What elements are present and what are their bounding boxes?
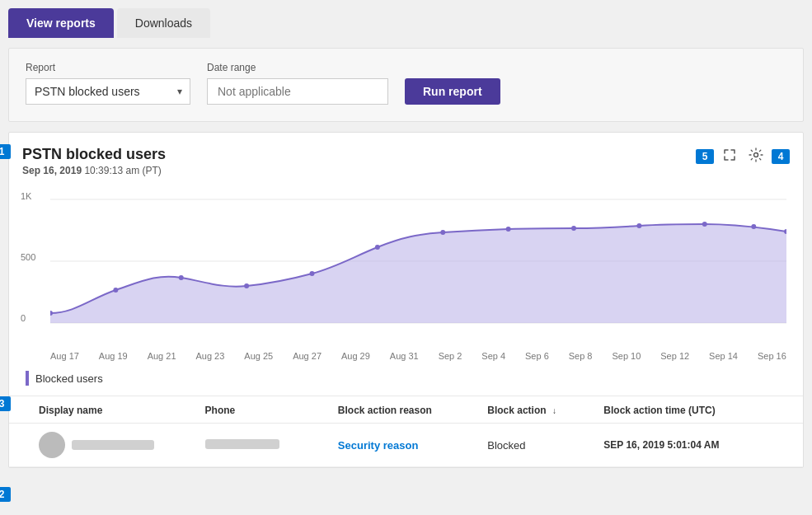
date-range-filter-group: Date range: [207, 62, 388, 105]
report-date: Sep 16, 2019: [22, 165, 82, 176]
report-card: 1 PSTN blocked users Sep 16, 2019 10:39:…: [8, 132, 804, 468]
th-block-action-reason: Block action reason: [338, 405, 487, 416]
phone-blurred: [205, 439, 279, 449]
chart-area: 1K 500 0: [9, 183, 803, 348]
badge-4: 4: [772, 149, 790, 164]
legend-label-blocked-users: Blocked users: [35, 372, 103, 385]
y-label-1k: 1K: [21, 191, 35, 201]
x-axis-labels: Aug 17 Aug 19 Aug 21 Aug 23 Aug 25 Aug 2…: [9, 348, 803, 364]
report-label: Report: [26, 62, 190, 73]
svg-point-6: [179, 275, 184, 280]
x-label: Sep 4: [481, 351, 505, 361]
x-label: Sep 14: [709, 351, 738, 361]
svg-point-14: [702, 222, 707, 227]
run-report-button[interactable]: Run report: [405, 78, 500, 105]
svg-point-0: [754, 153, 758, 157]
report-header: PSTN blocked users Sep 16, 2019 10:39:13…: [9, 146, 803, 183]
report-subtitle: Sep 16, 2019 10:39:13 am (PT): [22, 165, 166, 176]
th-phone: Phone: [205, 405, 338, 416]
chart-legend: Blocked users: [9, 364, 803, 396]
x-label: Sep 10: [612, 351, 641, 361]
report-controls: 5 4: [696, 146, 790, 167]
svg-point-8: [310, 271, 315, 276]
badge-3: 3: [0, 396, 11, 411]
tabs-bar: View reports Downloads: [0, 0, 812, 38]
svg-point-13: [636, 223, 641, 228]
x-label: Sep 12: [660, 351, 689, 361]
svg-point-5: [113, 288, 118, 293]
badge-2: 2: [0, 487, 11, 502]
x-label: Aug 21: [148, 351, 176, 361]
table-section: 3 Display name Phone Block action reason…: [9, 396, 803, 467]
th-block-action[interactable]: Block action ↓: [487, 405, 603, 416]
x-label: Sep 6: [525, 351, 549, 361]
td-block-action-reason: Security reason: [338, 439, 487, 452]
table-header-row: Display name Phone Block action reason B…: [9, 396, 803, 424]
th-block-action-time: Block action time (UTC): [603, 405, 786, 416]
x-label: Sep 2: [439, 351, 462, 361]
table-row: Security reason Blocked SEP 16, 2019 5:0…: [9, 424, 803, 467]
badge-1: 1: [0, 144, 11, 159]
tab-view-reports[interactable]: View reports: [8, 8, 114, 38]
svg-point-9: [375, 245, 380, 250]
x-label: Sep 16: [758, 351, 786, 361]
settings-icon[interactable]: [745, 146, 767, 167]
x-label: Aug 29: [341, 351, 370, 361]
badge-5: 5: [696, 149, 714, 164]
y-axis-labels: 1K 500 0: [21, 191, 35, 323]
th-display-name: Display name: [39, 405, 205, 416]
svg-point-10: [440, 230, 445, 235]
x-label: Aug 25: [244, 351, 273, 361]
x-label: Sep 8: [569, 351, 593, 361]
td-display-name: [39, 432, 205, 458]
avatar: [39, 432, 65, 458]
svg-point-12: [571, 226, 576, 231]
y-label-500: 500: [21, 252, 35, 262]
date-range-input[interactable]: [207, 78, 388, 105]
report-time-val: 10:39:13 am (PT): [84, 165, 161, 176]
filter-panel: Report PSTN blocked users ▾ Date range R…: [8, 48, 804, 122]
td-block-action-time: SEP 16, 2019 5:01:04 AM: [603, 439, 786, 451]
report-title-block: PSTN blocked users Sep 16, 2019 10:39:13…: [22, 146, 166, 176]
y-label-0: 0: [21, 313, 35, 323]
legend-color-blocked-users: [26, 371, 29, 386]
report-title: PSTN blocked users: [22, 146, 166, 163]
report-select[interactable]: PSTN blocked users: [26, 78, 190, 105]
name-blurred: [72, 440, 154, 450]
expand-icon[interactable]: [719, 146, 740, 167]
x-label: Aug 31: [390, 351, 419, 361]
x-label: Aug 17: [50, 351, 79, 361]
report-select-wrapper: PSTN blocked users ▾: [26, 78, 190, 105]
x-label: Aug 23: [195, 351, 224, 361]
tab-downloads[interactable]: Downloads: [117, 8, 210, 38]
date-range-label: Date range: [207, 62, 388, 73]
sort-desc-icon: ↓: [552, 406, 556, 415]
svg-point-15: [751, 224, 756, 229]
svg-point-7: [244, 283, 249, 288]
chart-svg: [50, 191, 786, 331]
report-filter-group: Report PSTN blocked users ▾: [26, 62, 190, 105]
x-label: Aug 27: [293, 351, 322, 361]
x-label: Aug 19: [99, 351, 128, 361]
td-phone: [205, 439, 338, 452]
td-block-action: Blocked: [487, 439, 603, 452]
svg-point-11: [506, 227, 511, 232]
th-block-action-label: Block action: [487, 405, 546, 416]
